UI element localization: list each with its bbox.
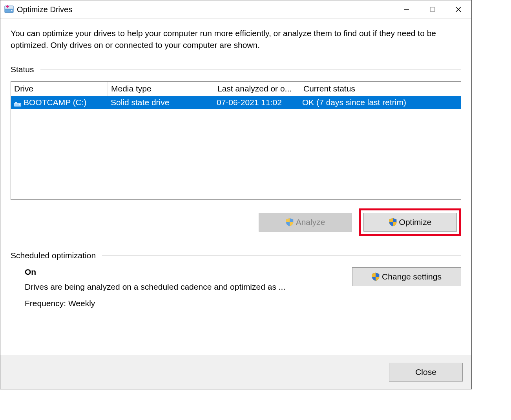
drive-row[interactable]: BOOTCAMP (C:) Solid state drive 07-06-20… [11,96,461,109]
window-title: Optimize Drives [17,5,394,14]
svg-point-9 [19,104,20,105]
drives-header: Drive Media type Last analyzed or o... C… [11,82,461,96]
svg-rect-4 [431,7,435,12]
shield-icon [286,218,294,226]
close-window-button[interactable] [445,0,471,18]
divider [40,69,461,69]
svg-point-2 [11,10,13,11]
optimize-drives-window: Optimize Drives You can optimize your dr… [0,0,472,389]
minimize-button[interactable] [394,0,420,18]
shield-icon [389,218,397,226]
drive-media: Solid state drive [108,98,214,107]
scheduled-heading: Scheduled optimization [11,251,96,260]
titlebar: Optimize Drives [0,0,471,19]
change-settings-button[interactable]: Change settings [352,267,461,286]
shield-icon [372,272,380,281]
status-heading: Status [11,65,34,74]
change-settings-label: Change settings [382,272,442,281]
optimize-button-label: Optimize [399,217,432,227]
drive-last-analyzed: 07-06-2021 11:02 [214,98,299,107]
dialog-footer: Close [0,355,471,389]
column-last-analyzed[interactable]: Last analyzed or o... [214,82,300,96]
divider [102,255,461,256]
close-button[interactable]: Close [389,363,463,382]
column-media-type[interactable]: Media type [108,82,214,96]
analyze-button-label: Analyze [296,217,325,227]
window-controls [394,0,471,18]
drive-icon [14,100,21,105]
svg-rect-8 [15,102,17,104]
maximize-button[interactable] [420,0,445,18]
drive-current-status: OK (7 days since last retrim) [299,98,461,107]
drive-name: BOOTCAMP (C:) [24,98,87,107]
optimize-button[interactable]: Optimize [363,213,457,232]
column-current-status[interactable]: Current status [300,82,461,96]
scheduled-description: Drives are being analyzed on a scheduled… [25,282,344,292]
app-icon [4,5,14,14]
close-button-label: Close [415,367,436,377]
optimize-highlight: Optimize [359,208,461,236]
description-text: You can optimize your drives to help you… [11,27,461,51]
analyze-button: Analyze [259,213,352,232]
drives-list[interactable]: Drive Media type Last analyzed or o... C… [11,81,461,200]
scheduled-on-label: On [25,267,344,277]
column-drive[interactable]: Drive [11,82,108,96]
svg-rect-1 [5,6,13,9]
scheduled-frequency: Frequency: Weekly [25,299,344,308]
svg-rect-7 [14,103,21,106]
